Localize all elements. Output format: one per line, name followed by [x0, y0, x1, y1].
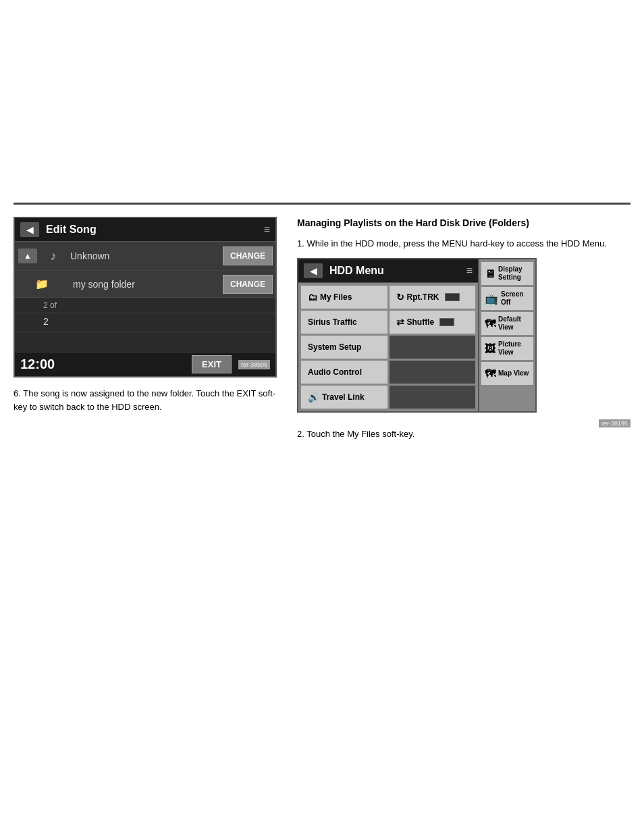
travel-link-icon: 🔊: [308, 392, 319, 402]
hdd-header: ◀ HDD Menu ≡: [298, 259, 478, 283]
hdd-back-icon: ◀: [310, 265, 317, 276]
hdd-title: HDD Menu: [323, 265, 466, 277]
left-panel: ◀ Edit Song ≡ ▲ ♪ Unknown: [14, 217, 277, 413]
shuffle-label: Shuffle: [407, 317, 435, 327]
audio-control-label: Audio Control: [308, 367, 362, 377]
hdd-screen-container: ◀ HDD Menu ≡ 🗂 My Files: [297, 258, 630, 413]
back-button[interactable]: ◀: [20, 222, 39, 237]
default-view-icon: 🗺: [485, 317, 495, 330]
hdd-back-button[interactable]: ◀: [304, 263, 323, 278]
travel-link-button[interactable]: 🔊 Travel Link: [301, 386, 387, 409]
picture-view-button[interactable]: 🖼 Picture View: [481, 337, 533, 360]
map-view-icon: 🗺: [485, 367, 495, 380]
empty-cell-1: [390, 336, 476, 359]
exit-button[interactable]: EXIT: [192, 355, 232, 373]
edit-song-footer: 12:00 EXIT rer-38505: [15, 353, 275, 376]
edit-song-header: ◀ Edit Song ≡: [15, 218, 275, 242]
system-setup-label: System Setup: [308, 342, 361, 352]
music-note-icon: ♪: [51, 249, 57, 263]
folder-icon: 📁: [35, 278, 49, 290]
song-name-text: Unknown: [66, 244, 220, 268]
song-name-row: ▲ ♪ Unknown CHANGE: [15, 242, 275, 271]
track-count-row: 2 of: [15, 298, 275, 313]
song-change-button[interactable]: CHANGE: [223, 246, 273, 265]
content-area: ◀ Edit Song ≡ ▲ ♪ Unknown: [14, 217, 630, 441]
display-setting-icon: 🖥: [485, 267, 495, 280]
section-title: Managing Playlists on the Hard Disk Driv…: [297, 217, 630, 230]
rpt-trk-button[interactable]: ↻ Rpt.TRK: [390, 286, 476, 309]
my-files-label: My Files: [320, 292, 352, 302]
default-view-label: Default View: [498, 315, 530, 332]
rpt-trk-icon: ↻: [396, 292, 404, 303]
rpt-trk-label: Rpt.TRK: [407, 292, 439, 302]
shuffle-button[interactable]: ⇄ Shuffle: [390, 311, 476, 334]
screen-off-label: Screen Off: [501, 290, 530, 307]
top-divider: [14, 203, 630, 205]
empty-cell-2: [390, 361, 476, 384]
sirius-traffic-button[interactable]: Sirius Traffic: [301, 311, 387, 334]
hdd-menu-grid: 🗂 My Files ↻ Rpt.TRK Sirius Traffic: [298, 283, 478, 411]
folder-row: 📁 my song folder CHANGE: [15, 271, 275, 298]
menu-icon: ≡: [264, 224, 270, 236]
default-view-button[interactable]: 🗺 Default View: [481, 312, 533, 335]
picture-view-label: Picture View: [498, 340, 530, 357]
sirius-traffic-label: Sirius Traffic: [308, 317, 357, 327]
up-arrow-area: ▲: [15, 242, 41, 270]
hdd-sidebar: 🖥 Display Setting 📺 Screen Off 🗺 Default…: [479, 258, 537, 413]
shuffle-icon: ⇄: [396, 317, 404, 328]
track-total-row: 2: [15, 313, 275, 332]
of-label: of: [50, 301, 57, 310]
system-setup-button[interactable]: System Setup: [301, 336, 387, 359]
spacer-row: [15, 332, 275, 353]
time-display: 12:00: [20, 357, 55, 372]
screen-off-icon: 📺: [485, 292, 498, 305]
hdd-menu-screen: ◀ HDD Menu ≡ 🗂 My Files: [297, 258, 479, 413]
display-setting-button[interactable]: 🖥 Display Setting: [481, 262, 533, 285]
step6-text: 6. The song is now assigned to the new f…: [14, 387, 277, 413]
step1-text: 1. While in the HDD mode, press the MENU…: [297, 237, 630, 251]
travel-link-label: Travel Link: [322, 392, 365, 402]
edit-song-title: Edit Song: [39, 224, 264, 236]
up-arrow-icon: ▲: [24, 251, 32, 261]
up-arrow-button[interactable]: ▲: [18, 249, 37, 263]
picture-view-icon: 🖼: [485, 342, 495, 355]
screen-off-button[interactable]: 📺 Screen Off: [481, 287, 533, 310]
map-view-button[interactable]: 🗺 Map View: [481, 362, 533, 385]
shuffle-toggle[interactable]: [439, 318, 454, 326]
edit-song-screen: ◀ Edit Song ≡ ▲ ♪ Unknown: [14, 217, 277, 377]
hdd-screen-wrapper: ◀ HDD Menu ≡ 🗂 My Files: [297, 258, 630, 413]
right-panel: Managing Playlists on the Hard Disk Driv…: [297, 217, 630, 441]
track-total: 2: [43, 316, 49, 327]
rpt-trk-toggle[interactable]: [445, 293, 460, 301]
display-setting-label: Display Setting: [498, 265, 530, 282]
folder-icon-area: 📁: [15, 271, 69, 297]
back-arrow-icon: ◀: [26, 224, 34, 235]
audio-control-button[interactable]: Audio Control: [301, 361, 387, 384]
hdd-reference-tag: rer-38195: [599, 419, 630, 427]
hdd-menu-icon: ≡: [466, 265, 473, 277]
empty-cell-3: [390, 386, 476, 409]
my-files-button[interactable]: 🗂 My Files: [301, 286, 387, 309]
map-view-label: Map View: [498, 369, 529, 377]
folder-change-button[interactable]: CHANGE: [223, 275, 273, 294]
step2-text: 2. Touch the My Files soft-key.: [297, 427, 630, 441]
music-note-area: ♪: [41, 242, 66, 270]
track-number: 2: [43, 301, 48, 310]
reference-tag: rer-38505: [238, 360, 270, 369]
folder-name-text: my song folder: [69, 272, 220, 296]
my-files-icon: 🗂: [308, 292, 317, 303]
page-container: ◀ Edit Song ≡ ▲ ♪ Unknown: [0, 0, 644, 834]
